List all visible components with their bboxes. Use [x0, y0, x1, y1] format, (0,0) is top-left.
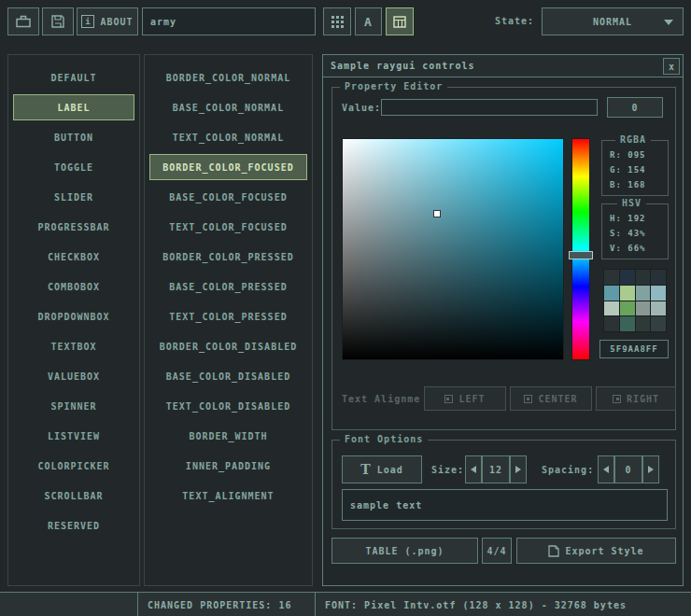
grid-toggle-button[interactable]	[323, 7, 351, 35]
controls-list-item[interactable]: SCROLLBAR	[13, 483, 134, 509]
properties-list-item[interactable]: TEXT_COLOR_NORMAL	[149, 124, 307, 150]
font-load-button[interactable]: T Load	[342, 455, 422, 483]
font-size-value[interactable]: 12	[482, 455, 510, 483]
about-button-label: ABOUT	[100, 17, 133, 27]
properties-list-item[interactable]: INNER_PADDING	[149, 453, 307, 479]
save-style-button[interactable]	[42, 7, 74, 35]
controls-list-item[interactable]: SPINNER	[13, 393, 134, 419]
palette-swatch[interactable]	[636, 301, 651, 316]
text-alignment-label: Text Alignme	[342, 394, 420, 404]
palette-swatch[interactable]	[604, 316, 619, 331]
sv-panel[interactable]	[342, 138, 564, 360]
palette-swatch[interactable]	[620, 270, 635, 285]
properties-list-item[interactable]: BORDER_COLOR_FOCUSED	[149, 154, 307, 180]
palette-swatch[interactable]	[604, 270, 619, 285]
palette-swatch[interactable]	[651, 301, 666, 316]
properties-list-item[interactable]: BASE_COLOR_NORMAL	[149, 94, 307, 120]
align-left-icon	[444, 395, 453, 403]
controls-list-item[interactable]: CHECKBOX	[13, 244, 134, 270]
controls-list-item[interactable]: LISTVIEW	[13, 423, 134, 449]
properties-list-item[interactable]: BASE_COLOR_PRESSED	[149, 273, 307, 300]
rgba-b-value: B: 168	[602, 177, 668, 192]
state-dropdown-value: NORMAL	[593, 17, 632, 27]
controls-list-item[interactable]: PROGRESSBAR	[13, 214, 134, 240]
controls-list-item[interactable]: LABEL	[13, 94, 134, 120]
hue-slider-handle[interactable]	[569, 251, 593, 259]
font-spacing-decrement-button[interactable]	[598, 455, 614, 483]
controls-list-item[interactable]: DEFAULT	[13, 64, 134, 91]
properties-list-item[interactable]: BORDER_COLOR_PRESSED	[149, 244, 307, 270]
sv-cursor[interactable]	[433, 210, 441, 217]
window-titlebar[interactable]: Sample raygui controls	[323, 55, 683, 77]
changed-properties-text: CHANGED PROPERTIES: 16	[148, 600, 291, 610]
controls-list-item[interactable]: SLIDER	[13, 184, 134, 210]
palette-swatch[interactable]	[636, 316, 651, 331]
hsv-group: HSV H: 192 S: 43% V: 66%	[601, 203, 669, 259]
rgba-g-value: G: 154	[602, 162, 668, 177]
controls-list-item[interactable]: COMBOBOX	[13, 273, 134, 300]
status-font-info: FONT: Pixel Intv.otf (128 x 128) - 32768…	[315, 593, 691, 616]
grid-icon	[331, 16, 344, 28]
properties-list-item[interactable]: BORDER_COLOR_DISABLED	[149, 333, 307, 359]
properties-list-item[interactable]: TEXT_COLOR_PRESSED	[149, 303, 307, 329]
controls-list-item[interactable]: BUTTON	[13, 124, 134, 150]
arrow-left-icon	[471, 466, 476, 473]
value-button[interactable]: 0	[607, 97, 663, 118]
style-name-input[interactable]	[142, 7, 316, 35]
palette-swatch[interactable]	[636, 270, 651, 285]
palette-swatch[interactable]	[651, 286, 666, 301]
palette-swatch[interactable]	[604, 301, 619, 316]
font-atlas-toggle-button[interactable]: A	[355, 7, 382, 35]
properties-list-item[interactable]: TEXT_COLOR_DISABLED	[149, 393, 307, 419]
properties-list-item[interactable]: TEXT_COLOR_FOCUSED	[149, 214, 307, 240]
controls-list: DEFAULTLABELBUTTONTOGGLESLIDERPROGRESSBA…	[7, 54, 140, 586]
export-style-button[interactable]: Export Style	[516, 538, 676, 564]
pages-value-box[interactable]: 4/4	[482, 538, 512, 564]
palette-swatch[interactable]	[604, 286, 619, 301]
state-dropdown[interactable]: NORMAL	[542, 7, 684, 35]
align-center-label: CENTER	[538, 394, 577, 404]
controls-list-item[interactable]: COLORPICKER	[13, 453, 134, 479]
properties-list-item[interactable]: BORDER_COLOR_NORMAL	[149, 64, 307, 91]
status-changed-properties: CHANGED PROPERTIES: 16	[137, 593, 315, 616]
controls-list-item[interactable]: RESERVED	[13, 512, 134, 539]
status-bar: CHANGED PROPERTIES: 16 FONT: Pixel Intv.…	[0, 592, 691, 616]
align-right-button[interactable]: RIGHT	[596, 386, 676, 411]
palette-swatch[interactable]	[651, 270, 666, 285]
properties-list-item[interactable]: BORDER_WIDTH	[149, 423, 307, 449]
palette-swatch[interactable]	[620, 301, 635, 316]
font-size-decrement-button[interactable]	[465, 455, 482, 483]
floppy-save-icon	[51, 15, 64, 28]
sample-text-input[interactable]	[342, 489, 668, 521]
properties-list-item[interactable]: TEXT_ALIGNMENT	[149, 483, 307, 509]
palette-swatch[interactable]	[636, 286, 651, 301]
controls-list-item[interactable]: DROPDOWNBOX	[13, 303, 134, 329]
properties-list-item[interactable]: BASE_COLOR_FOCUSED	[149, 184, 307, 210]
palette-swatch[interactable]	[620, 286, 635, 301]
font-size-increment-button[interactable]	[510, 455, 527, 483]
window-title: Sample raygui controls	[331, 61, 474, 71]
font-info-text: FONT: Pixel Intv.otf (128 x 128) - 32768…	[325, 600, 627, 610]
export-format-button[interactable]: TABLE (.png)	[331, 538, 478, 564]
controls-list-item[interactable]: TOGGLE	[13, 154, 134, 180]
properties-list-item[interactable]: BASE_COLOR_DISABLED	[149, 363, 307, 389]
style-table-toggle-button[interactable]	[386, 7, 414, 35]
rgba-r-value: R: 095	[602, 147, 668, 162]
value-input[interactable]	[381, 99, 598, 116]
font-a-icon: A	[364, 15, 373, 29]
new-style-button[interactable]	[7, 7, 39, 35]
font-options-group: Font Options T Load Size: 12 Spacing: 0	[331, 440, 676, 529]
controls-list-item[interactable]: VALUEBOX	[13, 363, 134, 389]
controls-list-item[interactable]: TEXTBOX	[13, 333, 134, 359]
status-empty-cell	[0, 593, 137, 616]
palette-swatch[interactable]	[620, 316, 635, 331]
hex-value-box[interactable]: 5F9AA8FF	[599, 340, 669, 358]
align-center-button[interactable]: CENTER	[510, 386, 592, 411]
close-button[interactable]: x	[663, 58, 680, 75]
about-button[interactable]: i ABOUT	[77, 7, 138, 35]
align-left-button[interactable]: LEFT	[424, 386, 506, 411]
font-spacing-value[interactable]: 0	[614, 455, 642, 483]
hue-bar[interactable]	[571, 138, 590, 360]
font-spacing-increment-button[interactable]	[642, 455, 659, 483]
palette-swatch[interactable]	[651, 316, 666, 331]
